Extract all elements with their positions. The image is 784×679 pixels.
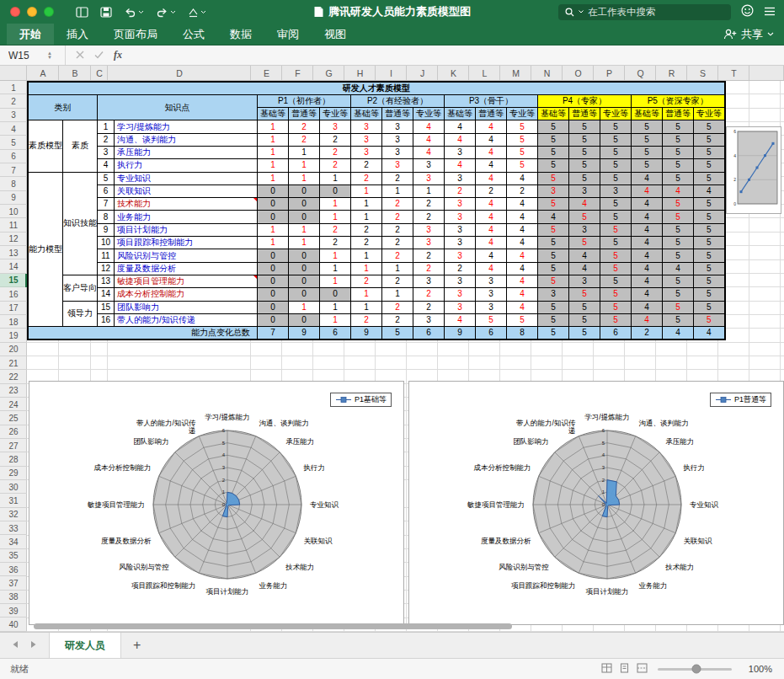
grade-cell[interactable]: 5: [538, 249, 569, 262]
grade-cell[interactable]: 3: [569, 223, 600, 236]
col-header-M[interactable]: M: [500, 66, 531, 80]
menu-tab-5[interactable]: 审阅: [264, 24, 312, 45]
grade-cell[interactable]: 5: [569, 313, 600, 326]
col-header-T[interactable]: T: [718, 66, 749, 80]
grade-cell[interactable]: 2: [413, 211, 445, 223]
row-header-19[interactable]: 19: [0, 329, 27, 342]
grade-cell[interactable]: 4: [507, 211, 538, 223]
add-sheet-button[interactable]: +: [121, 638, 152, 653]
grade-cell[interactable]: 5: [569, 159, 600, 172]
row-header-8[interactable]: 8: [0, 177, 27, 190]
redo-button[interactable]: [156, 7, 176, 18]
knowledge-point[interactable]: 团队影响力: [115, 301, 258, 313]
grade-cell[interactable]: 4: [569, 262, 600, 275]
grade-cell[interactable]: 3: [445, 146, 476, 158]
insert-function-button[interactable]: fx: [114, 49, 122, 61]
grade-cell[interactable]: 3: [445, 198, 476, 211]
grade-cell[interactable]: 5: [694, 211, 725, 223]
grade-cell[interactable]: 4: [663, 262, 694, 275]
grade-cell[interactable]: 1: [320, 301, 351, 313]
col-header-P[interactable]: P: [594, 66, 625, 80]
share-button[interactable]: 共享: [723, 27, 774, 42]
row-header-29[interactable]: 29: [0, 467, 27, 480]
grade-cell[interactable]: 0: [289, 288, 320, 301]
grade-cell[interactable]: 2: [351, 223, 382, 236]
grade-cell[interactable]: 5: [663, 120, 694, 133]
knowledge-point[interactable]: 技术能力: [115, 198, 258, 211]
grade-cell[interactable]: 5: [694, 262, 725, 275]
grade-cell[interactable]: 4: [507, 237, 538, 249]
grade-cell[interactable]: 5: [632, 146, 663, 158]
grade-cell[interactable]: 3: [538, 184, 569, 197]
grade-cell[interactable]: 5: [663, 301, 694, 313]
grade-cell[interactable]: 1: [351, 301, 382, 313]
row-header-17[interactable]: 17: [0, 302, 27, 315]
grade-cell[interactable]: 3: [538, 288, 569, 301]
row-header-28[interactable]: 28: [0, 452, 27, 466]
knowledge-point[interactable]: 风险识别与管控: [115, 249, 258, 262]
grade-cell[interactable]: 4: [569, 249, 600, 262]
grade-cell[interactable]: 2: [413, 301, 445, 313]
grade-cell[interactable]: 1: [320, 262, 351, 275]
grade-cell[interactable]: 5: [569, 146, 600, 158]
row-header-13[interactable]: 13: [0, 246, 27, 259]
menu-tab-2[interactable]: 页面布局: [101, 24, 170, 45]
page-break-view-icon[interactable]: [637, 663, 648, 675]
minimize-window-button[interactable]: [27, 7, 37, 17]
row-header-14[interactable]: 14: [0, 259, 27, 273]
row-header-6[interactable]: 6: [0, 150, 27, 163]
knowledge-point[interactable]: 敏捷项目管理能力: [115, 275, 258, 287]
menu-tab-3[interactable]: 公式: [170, 24, 217, 45]
col-header-E[interactable]: E: [251, 66, 282, 80]
grade-cell[interactable]: 5: [569, 172, 600, 184]
grade-cell[interactable]: 3: [413, 237, 445, 249]
search-box[interactable]: [558, 4, 731, 20]
grade-cell[interactable]: 5: [694, 198, 725, 211]
grade-cell[interactable]: 4: [632, 211, 663, 223]
col-header-K[interactable]: K: [438, 66, 469, 80]
grade-cell[interactable]: 4: [663, 184, 694, 197]
row-header-36[interactable]: 36: [0, 563, 27, 576]
grade-cell[interactable]: 4: [507, 275, 538, 287]
grade-cell[interactable]: 0: [289, 198, 320, 211]
grade-cell[interactable]: 2: [382, 223, 413, 236]
grade-cell[interactable]: 1: [382, 184, 413, 197]
grade-cell[interactable]: 3: [445, 211, 476, 223]
grade-cell[interactable]: 5: [632, 133, 663, 146]
grade-cell[interactable]: 5: [663, 198, 694, 211]
grade-cell[interactable]: 5: [663, 159, 694, 172]
grade-cell[interactable]: 4: [632, 288, 663, 301]
zoom-slider[interactable]: [658, 668, 732, 671]
grade-cell[interactable]: 5: [600, 172, 632, 184]
grade-cell[interactable]: 2: [382, 211, 413, 223]
row-header-18[interactable]: 18: [0, 315, 27, 329]
grade-cell[interactable]: 2: [382, 301, 413, 313]
grade-cell[interactable]: 3: [476, 301, 507, 313]
grade-cell[interactable]: 3: [445, 275, 476, 287]
knowledge-point[interactable]: 项目跟踪和控制能力: [115, 237, 258, 249]
grade-cell[interactable]: 5: [538, 159, 569, 172]
grade-cell[interactable]: 2: [413, 249, 445, 262]
grade-cell[interactable]: 2: [351, 237, 382, 249]
grade-cell[interactable]: 2: [382, 313, 413, 326]
grade-cell[interactable]: 3: [413, 223, 445, 236]
zoom-slider-thumb[interactable]: [691, 665, 701, 674]
grade-cell[interactable]: 5: [663, 223, 694, 236]
undo-button[interactable]: [124, 7, 144, 18]
grade-cell[interactable]: 2: [413, 198, 445, 211]
page-layout-view-icon[interactable]: [619, 663, 630, 675]
grade-cell[interactable]: 0: [289, 211, 320, 223]
grade-cell[interactable]: 5: [569, 237, 600, 249]
grade-cell[interactable]: 4: [476, 146, 507, 158]
col-header-B[interactable]: B: [59, 66, 91, 80]
col-header-Q[interactable]: Q: [625, 66, 656, 80]
name-box[interactable]: ▲▼: [0, 45, 66, 65]
grade-cell[interactable]: 5: [569, 120, 600, 133]
mini-line-chart[interactable]: 0246: [726, 126, 781, 214]
grade-cell[interactable]: 4: [476, 120, 507, 133]
grade-cell[interactable]: 5: [507, 313, 538, 326]
row-header-20[interactable]: 20: [0, 343, 27, 356]
grade-cell[interactable]: 5: [600, 223, 632, 236]
grade-cell[interactable]: 2: [445, 184, 476, 197]
grade-cell[interactable]: 5: [663, 249, 694, 262]
